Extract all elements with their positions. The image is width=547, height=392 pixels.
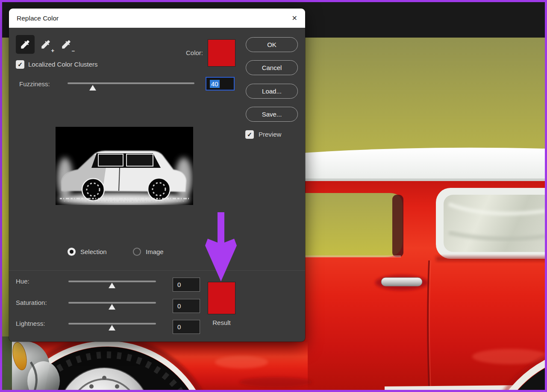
saturation-slider-track[interactable]: [68, 302, 156, 304]
result-label: Result: [208, 319, 235, 326]
lightness-slider-track[interactable]: [68, 323, 156, 325]
eyedropper-icon: [20, 39, 31, 50]
rear-window-glass: [444, 195, 547, 252]
eyedropper-minus-icon: [61, 39, 72, 50]
hue-slider-track[interactable]: [68, 281, 156, 282]
selected-color-swatch[interactable]: [208, 40, 235, 66]
fuzziness-input[interactable]: 40: [206, 77, 235, 91]
preview-label: Preview: [259, 131, 281, 138]
saturation-value: 0: [177, 302, 181, 310]
door-window-opening: [299, 193, 403, 257]
hue-value: 0: [177, 281, 181, 288]
lightness-value: 0: [177, 323, 181, 331]
arrow-shape: [205, 212, 237, 281]
add-to-sample-tool[interactable]: +: [36, 35, 55, 54]
hue-label: Hue:: [16, 278, 29, 285]
plus-glyph: +: [51, 48, 54, 53]
fuzziness-slider-thumb[interactable]: [89, 85, 96, 91]
radio-selection-label: Selection: [80, 249, 107, 255]
subtract-from-sample-tool[interactable]: –: [57, 35, 76, 54]
mask-front-wheel: [82, 178, 104, 201]
radio-image[interactable]: [133, 248, 141, 256]
ok-button[interactable]: OK: [246, 37, 298, 52]
minus-glyph: –: [72, 48, 75, 53]
fuzziness-slider-track[interactable]: [68, 82, 194, 84]
save-button[interactable]: Save...: [246, 107, 298, 122]
eyedropper-tool[interactable]: [16, 35, 35, 54]
localized-clusters-label: Localized Color Clusters: [28, 61, 98, 68]
localized-clusters-checkbox[interactable]: ✓: [16, 60, 24, 69]
annotation-arrow: [194, 209, 241, 284]
radio-selection[interactable]: [68, 248, 76, 256]
load-button[interactable]: Load...: [246, 84, 298, 99]
saturation-label: Saturation:: [16, 299, 47, 306]
saturation-input[interactable]: 0: [173, 299, 200, 313]
lightness-input[interactable]: 0: [173, 320, 200, 334]
fuzziness-value: 40: [210, 80, 220, 88]
cancel-button[interactable]: Cancel: [246, 60, 298, 75]
screenshot-root: { "window": { "title": "Replace Color" }…: [0, 0, 547, 392]
replace-color-dialog: Replace Color ✕ + – ✓ Localized Color Cl…: [9, 9, 305, 342]
section-divider: [9, 270, 305, 271]
close-icon[interactable]: ✕: [292, 15, 297, 22]
dialog-title: Replace Color: [17, 15, 59, 22]
eyedropper-plus-icon: [40, 39, 51, 50]
fuzziness-label: Fuzziness:: [19, 81, 50, 88]
result-color-swatch[interactable]: [208, 282, 235, 314]
lightness-slider-thumb[interactable]: [109, 325, 115, 331]
preview-checkbox[interactable]: ✓: [245, 130, 254, 139]
hue-slider-thumb[interactable]: [109, 283, 115, 288]
preview-thumbnail[interactable]: [56, 127, 193, 205]
check-icon: ✓: [18, 61, 23, 68]
check-icon: ✓: [247, 131, 252, 138]
door-handle: [381, 278, 422, 286]
color-label: Color:: [163, 50, 203, 56]
saturation-slider-thumb[interactable]: [109, 304, 115, 310]
mask-rear-wheel: [148, 178, 170, 200]
radio-image-label: Image: [146, 249, 164, 255]
lightness-label: Lightness:: [16, 320, 45, 327]
dialog-titlebar[interactable]: Replace Color ✕: [9, 9, 305, 28]
